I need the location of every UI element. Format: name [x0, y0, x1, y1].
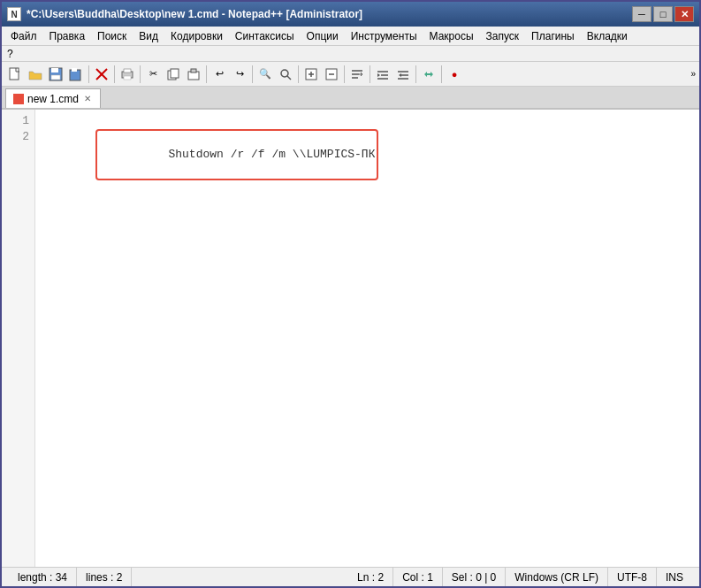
menu-macros[interactable]: Макросы: [424, 28, 479, 44]
status-encoding: UTF-8: [608, 568, 657, 586]
help-bar: ?: [2, 46, 699, 62]
status-bar: length : 34 lines : 2 Ln : 2 Col : 1 Sel…: [2, 567, 699, 586]
indent-button[interactable]: [373, 65, 392, 84]
menu-bar: Файл Правка Поиск Вид Кодировки Синтакси…: [2, 27, 699, 46]
svg-rect-2: [51, 68, 58, 73]
code-editor[interactable]: Shutdown /r /f /m \\LUMPICS-ПК: [35, 110, 699, 567]
svg-rect-12: [171, 69, 179, 78]
menu-search[interactable]: Поиск: [92, 28, 132, 44]
line-numbers: 1 2: [2, 110, 35, 567]
close-button[interactable]: ✕: [674, 6, 694, 22]
line-number-2: 2: [2, 129, 34, 145]
menu-tabs[interactable]: Вкладки: [582, 28, 633, 44]
svg-rect-14: [191, 69, 196, 73]
menu-tools[interactable]: Инструменты: [346, 28, 423, 44]
status-length: length : 34: [9, 568, 77, 586]
cut-button[interactable]: ✂: [143, 65, 163, 84]
find-button[interactable]: 🔍: [255, 65, 275, 84]
toolbar-expand[interactable]: »: [690, 69, 696, 79]
status-ln: Ln : 2: [348, 568, 393, 586]
unindent-button[interactable]: [393, 65, 413, 84]
open-file-button[interactable]: [26, 65, 45, 84]
save-all-button[interactable]: [66, 65, 86, 84]
redo-button[interactable]: ↪: [230, 65, 249, 84]
menu-options[interactable]: Опции: [301, 28, 344, 44]
svg-point-15: [281, 70, 288, 77]
command-text: Shutdown /r /f /m \\LUMPICS-ПК: [168, 148, 375, 161]
svg-rect-5: [72, 68, 77, 72]
editor-area: 1 2 Shutdown /r /f /m \\LUMPICS-ПК: [2, 110, 699, 567]
syntax-highlight-button[interactable]: [419, 65, 438, 84]
svg-rect-0: [10, 68, 19, 80]
tab-icon: [13, 94, 24, 104]
close-doc-button[interactable]: [92, 65, 111, 84]
paste-button[interactable]: [184, 65, 203, 84]
svg-rect-10: [124, 76, 131, 80]
svg-rect-9: [124, 69, 131, 73]
save-button[interactable]: [46, 65, 65, 84]
window-title: *C:\Users\Buddha\Desktop\new 1.cmd - Not…: [27, 8, 632, 20]
toolbar: ✂ ↩ ↪ 🔍: [2, 62, 699, 87]
status-eol: Windows (CR LF): [506, 568, 608, 586]
title-bar: N *C:\Users\Buddha\Desktop\new 1.cmd - N…: [2, 2, 699, 27]
status-lines: lines : 2: [77, 568, 132, 586]
undo-button[interactable]: ↩: [210, 65, 229, 84]
menu-syntax[interactable]: Синтаксисы: [230, 28, 300, 44]
tab-label: new 1.cmd: [27, 93, 79, 105]
wordwrap-button[interactable]: [347, 65, 367, 84]
highlighted-command: Shutdown /r /f /m \\LUMPICS-ПК: [95, 129, 378, 180]
app-window: N *C:\Users\Buddha\Desktop\new 1.cmd - N…: [0, 0, 701, 588]
tab-new1cmd[interactable]: new 1.cmd ✕: [5, 88, 101, 108]
status-col: Col : 1: [393, 568, 443, 586]
help-menu[interactable]: ?: [7, 48, 13, 60]
new-file-button[interactable]: [5, 65, 25, 84]
menu-view[interactable]: Вид: [133, 28, 164, 44]
code-line-1: Shutdown /r /f /m \\LUMPICS-ПК: [41, 113, 694, 129]
tab-close-button[interactable]: ✕: [82, 94, 93, 104]
maximize-button[interactable]: □: [653, 6, 673, 22]
zoom-out-button[interactable]: [322, 65, 341, 84]
zoom-in-button[interactable]: [301, 65, 321, 84]
menu-plugins[interactable]: Плагины: [526, 28, 580, 44]
title-controls: ─ □ ✕: [632, 6, 694, 22]
minimize-button[interactable]: ─: [632, 6, 651, 22]
app-icon: N: [7, 7, 21, 21]
line-number-1: 1: [2, 113, 34, 129]
status-sel: Sel : 0 | 0: [443, 568, 506, 586]
print-button[interactable]: [118, 65, 137, 84]
menu-edit[interactable]: Правка: [44, 28, 91, 44]
status-insert-mode: INS: [657, 568, 692, 586]
menu-file[interactable]: Файл: [5, 28, 42, 44]
svg-rect-3: [51, 75, 60, 80]
macro-record-button[interactable]: ●: [445, 65, 464, 84]
copy-button[interactable]: [164, 65, 183, 84]
menu-encoding[interactable]: Кодировки: [165, 28, 228, 44]
find-in-files-button[interactable]: [276, 65, 295, 84]
menu-run[interactable]: Запуск: [481, 28, 525, 44]
tabs-bar: new 1.cmd ✕: [2, 87, 699, 110]
svg-line-16: [287, 76, 291, 80]
